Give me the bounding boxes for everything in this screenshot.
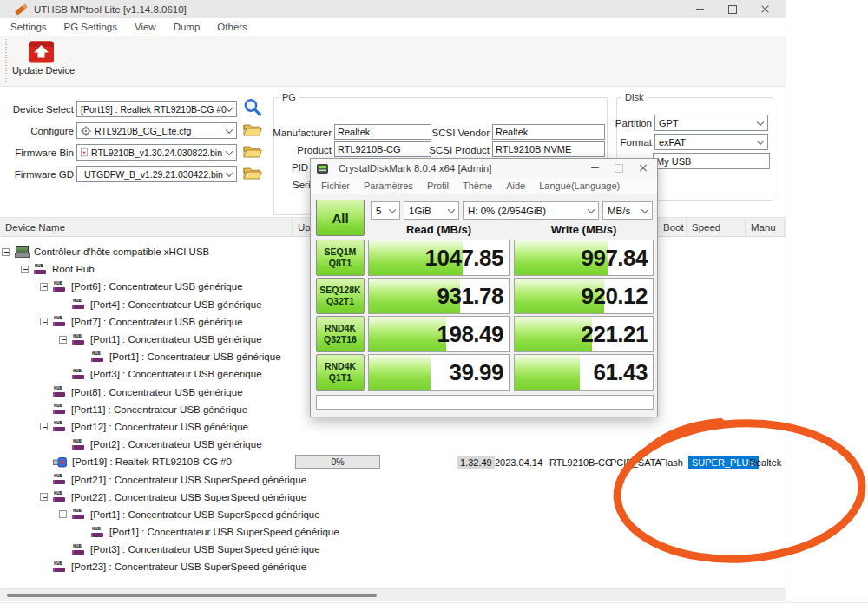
- cdm-menu-bar: Fichier Paramètres Profil Thème Aide Lan…: [311, 178, 657, 194]
- chevron-down-icon: [641, 206, 648, 213]
- minimize-button[interactable]: [683, 0, 716, 18]
- usb-hub-icon: [53, 561, 66, 573]
- device-select-combo[interactable]: [Port19] : Realtek RTL9210B-CG #0: [76, 101, 237, 117]
- collapse-icon[interactable]: [2, 248, 10, 256]
- write-value: 997.84: [581, 240, 648, 276]
- horizontal-scrollbar[interactable]: [0, 588, 786, 601]
- menu-pg-settings[interactable]: PG Settings: [56, 22, 126, 32]
- header-device-name[interactable]: Device Name: [0, 218, 292, 236]
- cdm-minimize-button[interactable]: [582, 159, 607, 177]
- configure-value: RTL9210B_CG_Lite.cfg: [95, 126, 191, 136]
- cdm-menu-parametres[interactable]: Paramètres: [357, 181, 420, 191]
- usb-hub-icon: [53, 421, 66, 432]
- close-button[interactable]: [749, 0, 782, 18]
- scrollbar-thumb[interactable]: [7, 594, 377, 597]
- write-value: 221.21: [581, 317, 648, 352]
- cdm-title-bar: CrystalDiskMark 8.0.4 x64 [Admin]: [311, 159, 657, 178]
- maximize-button[interactable]: [716, 0, 749, 18]
- usb-hub-icon: [53, 491, 66, 502]
- product-field[interactable]: [334, 141, 431, 157]
- header-speed[interactable]: Speed: [686, 218, 745, 236]
- collapse-icon[interactable]: [59, 336, 67, 344]
- chevron-down-icon: [226, 104, 233, 111]
- cdm-close-button[interactable]: [631, 159, 655, 177]
- volume-label-field[interactable]: [653, 153, 770, 169]
- cdm-rnd4k-q1t1-button[interactable]: RND4K Q1T1: [316, 354, 365, 391]
- tree-item-port12[interactable]: [Port12] : Concentrateur USB générique: [0, 418, 786, 436]
- cdm-seq1m-read-cell: 1047.85: [368, 240, 510, 276]
- usb-hub-icon: [53, 474, 66, 485]
- usb-device-icon: [53, 456, 67, 468]
- tree-item-label: [Port12] : Concentrateur USB générique: [71, 422, 248, 432]
- scsi-vendor-field[interactable]: [492, 124, 605, 140]
- menu-settings[interactable]: Settings: [2, 22, 56, 32]
- chevron-down-icon: [448, 206, 455, 213]
- collapse-icon[interactable]: [40, 493, 48, 501]
- cdm-rnd4k-q32t16-button[interactable]: RND4K Q32T16: [316, 316, 365, 352]
- test-name: SEQ1M: [325, 246, 357, 258]
- tree-item-port22-port1[interactable]: [Port1] : Concentrateur USB SuperSpeed g…: [0, 506, 786, 523]
- title-bar: UTHSB MPtool Lite [v1.14.8.0610]: [0, 0, 786, 18]
- configure-combo[interactable]: RTL9210B_CG_Lite.cfg: [76, 122, 237, 139]
- firmware-gd-combo[interactable]: UTGDFW_B_v1.29.21.030422.bin: [76, 166, 237, 182]
- folder-browse-icon[interactable]: [243, 144, 262, 162]
- header-manu[interactable]: Manu: [745, 218, 784, 236]
- search-device-button[interactable]: [242, 97, 263, 121]
- read-value: 931.78: [437, 279, 503, 314]
- tree-item-port22-port1-port1[interactable]: [Port1] : Concentrateur USB SuperSpeed g…: [0, 523, 786, 541]
- tree-item-port21[interactable]: [Port21] : Concentrateur USB SuperSpeed …: [0, 470, 786, 488]
- pg-group-title: PG: [279, 92, 299, 102]
- collapse-icon[interactable]: [40, 318, 48, 325]
- format-select[interactable]: exFAT: [654, 134, 768, 150]
- tree-item-port23[interactable]: [Port23] : Concentrateur USB SuperSpeed …: [0, 558, 786, 575]
- scsi-vendor-label: SCSI Vendor: [418, 128, 490, 138]
- partition-select[interactable]: GPT: [654, 115, 768, 131]
- port19-progress-bar: 0%: [295, 455, 380, 469]
- port19-chip-name: RTL9210B-CG: [549, 456, 613, 469]
- read-value: 39.99: [449, 355, 503, 391]
- tree-item-port22-port3[interactable]: [Port3] : Concentrateur USB SuperSpeed g…: [0, 541, 786, 558]
- update-device-button[interactable]: Update Device: [9, 39, 78, 85]
- tree-item-port12-port2[interactable]: [Port2] : Concentrateur USB générique: [0, 436, 786, 453]
- menu-view[interactable]: View: [126, 22, 165, 32]
- menu-bar: Settings PG Settings View Dump Others: [0, 18, 786, 36]
- cdm-menu-aide[interactable]: Aide: [499, 181, 532, 191]
- cdm-all-button[interactable]: All: [316, 200, 365, 236]
- cdm-menu-fichier[interactable]: Fichier: [314, 181, 357, 191]
- folder-browse-icon[interactable]: [243, 166, 262, 184]
- cdm-target-drive-select[interactable]: H: 0% (2/954GiB): [463, 201, 599, 220]
- cdm-test-size-select[interactable]: 1GiB: [404, 201, 459, 220]
- collapse-icon[interactable]: [40, 423, 48, 430]
- cdm-menu-langue[interactable]: Langue(Language): [532, 181, 627, 191]
- manufacturer-field[interactable]: [334, 124, 431, 140]
- scsi-product-field[interactable]: [492, 141, 605, 157]
- cdm-test-count-select[interactable]: 5: [371, 201, 400, 220]
- cdm-seq128k-q32t1-button[interactable]: SEQ128K Q32T1: [316, 278, 365, 314]
- firmware-bin-combo[interactable]: RTL9210B_v1.30.24.030822.bin: [76, 144, 237, 161]
- header-boot[interactable]: Boot: [657, 218, 686, 236]
- folder-browse-icon[interactable]: [243, 122, 262, 141]
- usb-hub-icon: [53, 316, 66, 327]
- menu-others[interactable]: Others: [208, 22, 256, 32]
- port19-fw-date: 2023.04.14: [495, 456, 542, 469]
- collapse-icon[interactable]: [59, 510, 67, 518]
- chevron-down-icon: [588, 206, 595, 213]
- cdm-menu-profil[interactable]: Profil: [420, 181, 456, 191]
- menu-dump[interactable]: Dump: [165, 22, 209, 32]
- chevron-down-icon: [226, 169, 233, 176]
- cdm-seq128k-read-cell: 931.78: [368, 278, 510, 314]
- tree-item-port22[interactable]: [Port22] : Concentrateur USB SuperSpeed …: [0, 489, 786, 506]
- result-bar: [369, 355, 431, 390]
- cdm-seq1m-q8t1-button[interactable]: SEQ1M Q8T1: [316, 240, 365, 276]
- tree-item-label: [Port8] : Concentrateur USB générique: [71, 387, 243, 397]
- port19-manufacturer: Realtek: [749, 456, 781, 469]
- collapse-icon[interactable]: [40, 283, 48, 291]
- collapse-icon[interactable]: [21, 266, 29, 273]
- test-name: RND4K: [325, 361, 356, 372]
- read-value: 1047.85: [425, 240, 503, 276]
- cdm-comment-field[interactable]: [316, 395, 654, 410]
- cdm-menu-theme[interactable]: Thème: [456, 181, 499, 191]
- tree-item-label: [Port3] : Concentrateur USB SuperSpeed g…: [90, 544, 320, 555]
- usb-hub-icon: [72, 334, 85, 345]
- cdm-unit-select[interactable]: MB/s: [602, 201, 653, 220]
